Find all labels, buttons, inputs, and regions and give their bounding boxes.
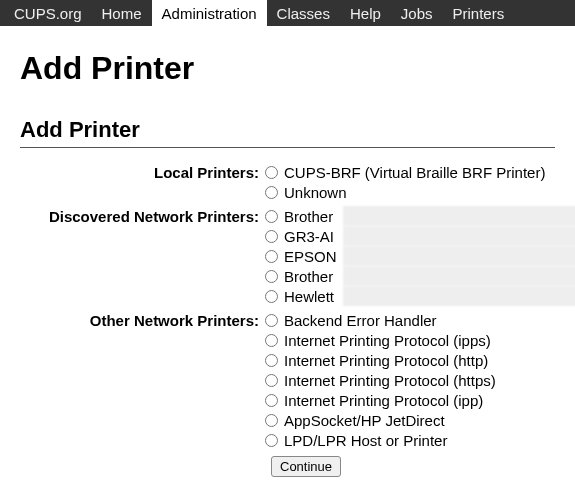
- radio-local-1[interactable]: [265, 186, 278, 199]
- option-label: Hewlett: [284, 288, 334, 305]
- radio-other-0[interactable]: [265, 314, 278, 327]
- row-discovered-printers: Discovered Network Printers: Brother GR3…: [20, 206, 555, 306]
- radio-other-5[interactable]: [265, 414, 278, 427]
- radio-discovered-4[interactable]: [265, 290, 278, 303]
- option-other-0[interactable]: Backend Error Handler: [265, 310, 555, 330]
- option-label: Brother: [284, 268, 333, 285]
- redacted-region: [343, 226, 575, 246]
- nav-administration[interactable]: Administration: [152, 0, 267, 26]
- redacted-region: [343, 206, 575, 226]
- row-other-printers: Other Network Printers: Backend Error Ha…: [20, 310, 555, 450]
- redacted-region: [343, 246, 575, 266]
- nav-jobs[interactable]: Jobs: [391, 0, 443, 26]
- options-discovered: Brother GR3-AI EPSON Brother Hewlett: [265, 206, 555, 306]
- row-local-printers: Local Printers: CUPS-BRF (Virtual Braill…: [20, 162, 555, 202]
- option-label: LPD/LPR Host or Printer: [284, 432, 447, 449]
- radio-local-0[interactable]: [265, 166, 278, 179]
- options-other: Backend Error Handler Internet Printing …: [265, 310, 555, 450]
- option-label: CUPS-BRF (Virtual Braille BRF Printer): [284, 164, 545, 181]
- option-discovered-3[interactable]: Brother: [265, 266, 555, 286]
- option-discovered-1[interactable]: GR3-AI: [265, 226, 555, 246]
- radio-other-1[interactable]: [265, 334, 278, 347]
- nav-printers[interactable]: Printers: [443, 0, 515, 26]
- label-local-printers: Local Printers:: [20, 162, 265, 181]
- option-label: Internet Printing Protocol (http): [284, 352, 488, 369]
- page-title: Add Printer: [20, 50, 555, 87]
- option-label: EPSON: [284, 248, 337, 265]
- radio-other-2[interactable]: [265, 354, 278, 367]
- option-label: Unknown: [284, 184, 347, 201]
- option-local-1[interactable]: Unknown: [265, 182, 555, 202]
- option-label: Backend Error Handler: [284, 312, 437, 329]
- radio-other-6[interactable]: [265, 434, 278, 447]
- content: Add Printer Add Printer Local Printers: …: [0, 26, 575, 487]
- nav-cups-org[interactable]: CUPS.org: [4, 0, 92, 26]
- redacted-region: [343, 266, 575, 286]
- radio-discovered-2[interactable]: [265, 250, 278, 263]
- option-other-6[interactable]: LPD/LPR Host or Printer: [265, 430, 555, 450]
- radio-discovered-3[interactable]: [265, 270, 278, 283]
- option-label: Internet Printing Protocol (ipp): [284, 392, 483, 409]
- divider: [20, 147, 555, 148]
- option-discovered-0[interactable]: Brother: [265, 206, 555, 226]
- nav-classes[interactable]: Classes: [267, 0, 340, 26]
- option-other-3[interactable]: Internet Printing Protocol (https): [265, 370, 555, 390]
- option-label: GR3-AI: [284, 228, 334, 245]
- radio-discovered-1[interactable]: [265, 230, 278, 243]
- radio-other-4[interactable]: [265, 394, 278, 407]
- radio-other-3[interactable]: [265, 374, 278, 387]
- option-label: Internet Printing Protocol (https): [284, 372, 496, 389]
- option-other-5[interactable]: AppSocket/HP JetDirect: [265, 410, 555, 430]
- options-local: CUPS-BRF (Virtual Braille BRF Printer) U…: [265, 162, 555, 202]
- radio-discovered-0[interactable]: [265, 210, 278, 223]
- option-other-2[interactable]: Internet Printing Protocol (http): [265, 350, 555, 370]
- section-title: Add Printer: [20, 117, 555, 143]
- option-label: AppSocket/HP JetDirect: [284, 412, 445, 429]
- option-discovered-4[interactable]: Hewlett: [265, 286, 555, 306]
- option-label: Brother: [284, 208, 333, 225]
- option-discovered-2[interactable]: EPSON: [265, 246, 555, 266]
- navbar: CUPS.org Home Administration Classes Hel…: [0, 0, 575, 26]
- nav-help[interactable]: Help: [340, 0, 391, 26]
- label-discovered-printers: Discovered Network Printers:: [20, 206, 265, 225]
- option-other-1[interactable]: Internet Printing Protocol (ipps): [265, 330, 555, 350]
- continue-button[interactable]: Continue: [271, 456, 341, 477]
- option-other-4[interactable]: Internet Printing Protocol (ipp): [265, 390, 555, 410]
- redacted-region: [343, 286, 575, 306]
- label-other-printers: Other Network Printers:: [20, 310, 265, 329]
- continue-row: Continue: [271, 456, 555, 477]
- option-local-0[interactable]: CUPS-BRF (Virtual Braille BRF Printer): [265, 162, 555, 182]
- option-label: Internet Printing Protocol (ipps): [284, 332, 491, 349]
- nav-home[interactable]: Home: [92, 0, 152, 26]
